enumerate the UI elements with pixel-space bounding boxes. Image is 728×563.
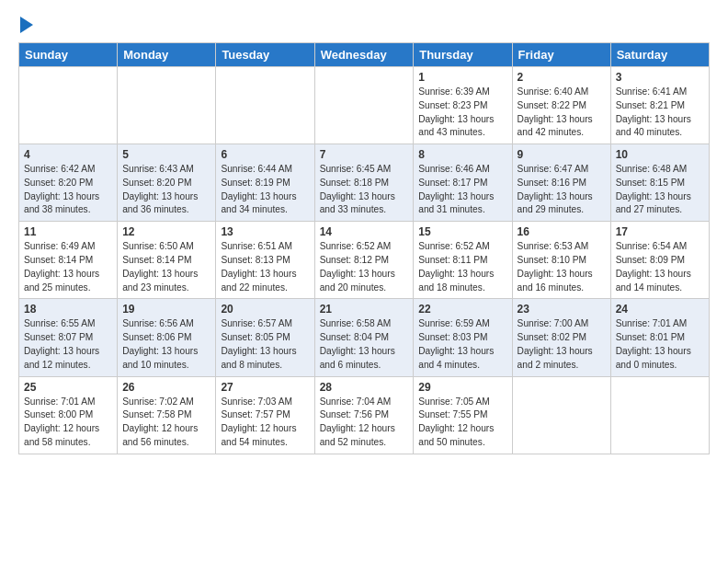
page-header — [18, 15, 710, 33]
day-info: Sunrise: 6:47 AM Sunset: 8:16 PM Dayligh… — [518, 163, 606, 217]
day-info: Sunrise: 6:52 AM Sunset: 8:11 PM Dayligh… — [418, 240, 506, 294]
day-number: 21 — [320, 303, 409, 316]
day-info: Sunrise: 6:51 AM Sunset: 8:13 PM Dayligh… — [221, 240, 309, 294]
day-info: Sunrise: 7:03 AM Sunset: 7:57 PM Dayligh… — [221, 396, 309, 450]
day-number: 6 — [221, 148, 309, 161]
calendar-cell: 17Sunrise: 6:54 AM Sunset: 8:09 PM Dayli… — [610, 222, 709, 299]
day-info: Sunrise: 6:55 AM Sunset: 8:07 PM Dayligh… — [24, 317, 112, 372]
day-info: Sunrise: 7:01 AM Sunset: 8:00 PM Dayligh… — [24, 396, 112, 450]
calendar-cell: 15Sunrise: 6:52 AM Sunset: 8:11 PM Dayli… — [414, 222, 512, 299]
logo — [18, 15, 33, 33]
day-info: Sunrise: 6:59 AM Sunset: 8:03 PM Dayligh… — [418, 317, 506, 372]
calendar-cell: 12Sunrise: 6:50 AM Sunset: 8:14 PM Dayli… — [118, 222, 216, 299]
day-number: 23 — [518, 303, 606, 316]
day-number: 19 — [122, 303, 210, 316]
calendar-cell — [314, 67, 414, 144]
day-info: Sunrise: 6:50 AM Sunset: 8:14 PM Dayligh… — [122, 240, 210, 294]
day-number: 17 — [616, 225, 704, 238]
day-number: 8 — [418, 148, 506, 161]
calendar-cell — [118, 67, 216, 144]
calendar-cell: 2Sunrise: 6:40 AM Sunset: 8:22 PM Daylig… — [512, 67, 610, 144]
calendar-cell: 16Sunrise: 6:53 AM Sunset: 8:10 PM Dayli… — [512, 222, 610, 299]
day-number: 14 — [320, 225, 409, 238]
calendar-cell — [512, 376, 610, 454]
day-number: 1 — [418, 71, 506, 84]
calendar-week-row: 4Sunrise: 6:42 AM Sunset: 8:20 PM Daylig… — [19, 144, 710, 222]
day-number: 10 — [616, 148, 704, 161]
calendar-header-row: SundayMondayTuesdayWednesdayThursdayFrid… — [19, 43, 710, 67]
calendar-cell: 22Sunrise: 6:59 AM Sunset: 8:03 PM Dayli… — [414, 299, 512, 376]
day-number: 28 — [320, 381, 409, 394]
day-number: 22 — [418, 303, 506, 316]
day-info: Sunrise: 6:48 AM Sunset: 8:15 PM Dayligh… — [616, 163, 704, 217]
day-info: Sunrise: 6:40 AM Sunset: 8:22 PM Dayligh… — [518, 86, 606, 140]
day-number: 5 — [122, 148, 210, 161]
calendar-cell: 18Sunrise: 6:55 AM Sunset: 8:07 PM Dayli… — [19, 299, 118, 376]
day-info: Sunrise: 6:49 AM Sunset: 8:14 PM Dayligh… — [24, 240, 112, 294]
calendar-cell: 5Sunrise: 6:43 AM Sunset: 8:20 PM Daylig… — [118, 144, 216, 222]
calendar-cell — [610, 376, 709, 454]
day-info: Sunrise: 6:42 AM Sunset: 8:20 PM Dayligh… — [24, 163, 112, 217]
calendar-cell: 7Sunrise: 6:45 AM Sunset: 8:18 PM Daylig… — [314, 144, 414, 222]
day-number: 3 — [616, 71, 704, 84]
calendar-cell: 6Sunrise: 6:44 AM Sunset: 8:19 PM Daylig… — [216, 144, 314, 222]
day-number: 26 — [122, 381, 210, 394]
calendar-week-row: 1Sunrise: 6:39 AM Sunset: 8:23 PM Daylig… — [19, 67, 710, 144]
day-number: 9 — [518, 148, 606, 161]
calendar-cell: 14Sunrise: 6:52 AM Sunset: 8:12 PM Dayli… — [314, 222, 414, 299]
calendar-cell: 29Sunrise: 7:05 AM Sunset: 7:55 PM Dayli… — [414, 376, 512, 454]
calendar-body: 1Sunrise: 6:39 AM Sunset: 8:23 PM Daylig… — [19, 67, 710, 454]
calendar-cell: 8Sunrise: 6:46 AM Sunset: 8:17 PM Daylig… — [414, 144, 512, 222]
calendar-week-row: 11Sunrise: 6:49 AM Sunset: 8:14 PM Dayli… — [19, 222, 710, 299]
day-number: 7 — [320, 148, 409, 161]
day-number: 12 — [122, 225, 210, 238]
day-number: 11 — [24, 225, 112, 238]
day-info: Sunrise: 6:44 AM Sunset: 8:19 PM Dayligh… — [221, 163, 309, 217]
day-info: Sunrise: 6:46 AM Sunset: 8:17 PM Dayligh… — [418, 163, 506, 217]
logo-icon — [20, 17, 33, 33]
calendar-cell: 25Sunrise: 7:01 AM Sunset: 8:00 PM Dayli… — [19, 376, 118, 454]
calendar-cell: 24Sunrise: 7:01 AM Sunset: 8:01 PM Dayli… — [610, 299, 709, 376]
calendar-week-row: 18Sunrise: 6:55 AM Sunset: 8:07 PM Dayli… — [19, 299, 710, 376]
day-number: 2 — [518, 71, 606, 84]
calendar-cell: 13Sunrise: 6:51 AM Sunset: 8:13 PM Dayli… — [216, 222, 314, 299]
day-of-week-header: Friday — [512, 43, 610, 67]
calendar-cell: 10Sunrise: 6:48 AM Sunset: 8:15 PM Dayli… — [610, 144, 709, 222]
calendar-cell — [216, 67, 314, 144]
day-info: Sunrise: 7:02 AM Sunset: 7:58 PM Dayligh… — [122, 396, 210, 450]
day-info: Sunrise: 6:57 AM Sunset: 8:05 PM Dayligh… — [221, 317, 309, 372]
day-info: Sunrise: 7:00 AM Sunset: 8:02 PM Dayligh… — [518, 317, 606, 372]
calendar: SundayMondayTuesdayWednesdayThursdayFrid… — [18, 42, 710, 454]
day-info: Sunrise: 6:56 AM Sunset: 8:06 PM Dayligh… — [122, 317, 210, 372]
calendar-cell: 1Sunrise: 6:39 AM Sunset: 8:23 PM Daylig… — [414, 67, 512, 144]
day-of-week-header: Wednesday — [314, 43, 414, 67]
day-number: 20 — [221, 303, 309, 316]
calendar-cell: 27Sunrise: 7:03 AM Sunset: 7:57 PM Dayli… — [216, 376, 314, 454]
day-number: 24 — [616, 303, 704, 316]
calendar-cell: 26Sunrise: 7:02 AM Sunset: 7:58 PM Dayli… — [118, 376, 216, 454]
day-info: Sunrise: 6:39 AM Sunset: 8:23 PM Dayligh… — [418, 86, 506, 140]
day-info: Sunrise: 7:04 AM Sunset: 7:56 PM Dayligh… — [320, 396, 409, 450]
day-number: 4 — [24, 148, 112, 161]
day-info: Sunrise: 6:52 AM Sunset: 8:12 PM Dayligh… — [320, 240, 409, 294]
day-number: 16 — [518, 225, 606, 238]
day-info: Sunrise: 6:54 AM Sunset: 8:09 PM Dayligh… — [616, 240, 704, 294]
day-info: Sunrise: 6:58 AM Sunset: 8:04 PM Dayligh… — [320, 317, 409, 372]
day-number: 29 — [418, 381, 506, 394]
calendar-cell: 28Sunrise: 7:04 AM Sunset: 7:56 PM Dayli… — [314, 376, 414, 454]
day-info: Sunrise: 7:01 AM Sunset: 8:01 PM Dayligh… — [616, 317, 704, 372]
calendar-cell: 9Sunrise: 6:47 AM Sunset: 8:16 PM Daylig… — [512, 144, 610, 222]
day-number: 25 — [24, 381, 112, 394]
day-of-week-header: Monday — [118, 43, 216, 67]
day-of-week-header: Tuesday — [216, 43, 314, 67]
day-of-week-header: Saturday — [610, 43, 709, 67]
day-number: 27 — [221, 381, 309, 394]
calendar-cell: 11Sunrise: 6:49 AM Sunset: 8:14 PM Dayli… — [19, 222, 118, 299]
day-of-week-header: Sunday — [19, 43, 118, 67]
calendar-week-row: 25Sunrise: 7:01 AM Sunset: 8:00 PM Dayli… — [19, 376, 710, 454]
day-info: Sunrise: 6:41 AM Sunset: 8:21 PM Dayligh… — [616, 86, 704, 140]
calendar-cell: 4Sunrise: 6:42 AM Sunset: 8:20 PM Daylig… — [19, 144, 118, 222]
calendar-cell: 19Sunrise: 6:56 AM Sunset: 8:06 PM Dayli… — [118, 299, 216, 376]
day-info: Sunrise: 6:43 AM Sunset: 8:20 PM Dayligh… — [122, 163, 210, 217]
day-number: 13 — [221, 225, 309, 238]
